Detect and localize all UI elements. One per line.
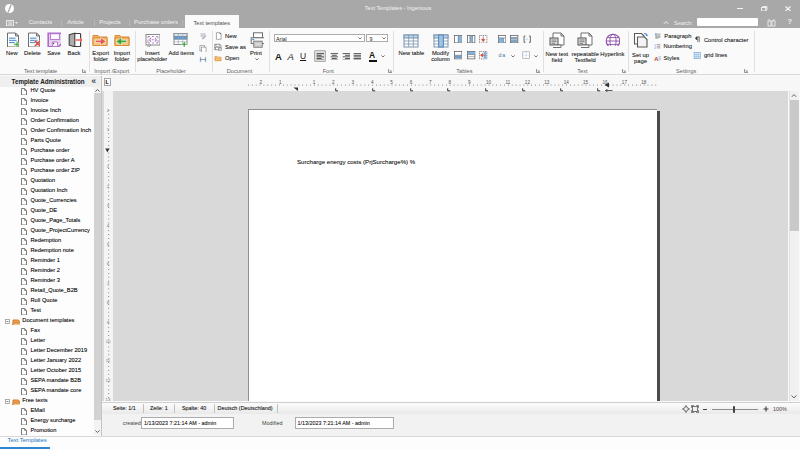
svg-text:A: A	[654, 56, 658, 62]
svg-text:a: a	[502, 53, 505, 59]
svg-text:d: d	[498, 53, 501, 59]
